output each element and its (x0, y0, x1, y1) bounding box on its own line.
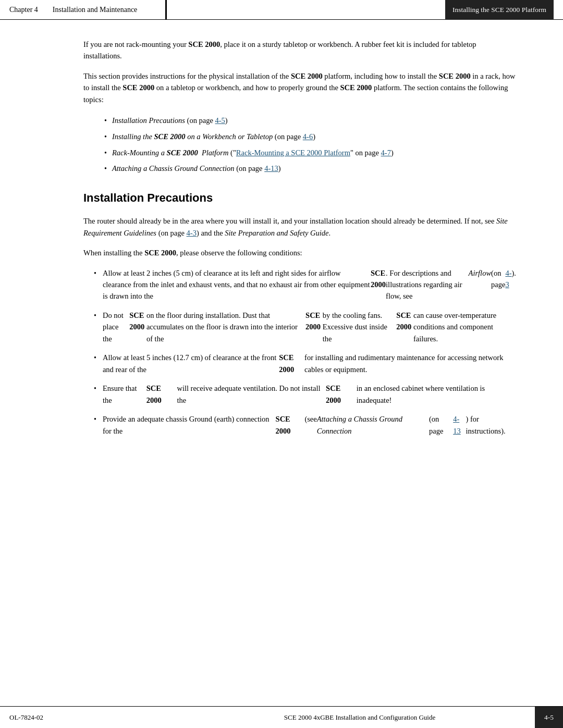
chapter-label: Chapter 4 (9, 6, 38, 14)
link-4-5[interactable]: 4-5 (215, 116, 225, 125)
link-4-3-airflow[interactable]: 4-3 (505, 267, 511, 291)
list-item: Allow at least 2 inches (5 cm) of cleara… (83, 267, 516, 302)
list-item: Provide an adequate chassis Ground (eart… (83, 413, 516, 437)
footer-right: 4-5 (535, 707, 563, 728)
chapter-title: Installation and Maintenance (53, 6, 138, 14)
list-item: Allow at least 5 inches (12.7 cm) of cle… (83, 352, 516, 375)
link-4-7[interactable]: 4-7 (381, 149, 391, 157)
page-footer: OL-7824-02 SCE 2000 4xGBE Installation a… (0, 706, 563, 728)
list-item: Ensure that the SCE 2000 will receive ad… (83, 382, 516, 406)
page-header: Chapter 4 Installation and Maintenance I… (0, 0, 563, 20)
list-item: Do not place the SCE 2000 on the floor d… (83, 310, 516, 344)
page: Chapter 4 Installation and Maintenance I… (0, 0, 563, 728)
footer-center: SCE 2000 4xGBE Installation and Configur… (185, 713, 535, 722)
list-item: Installing the SCE 2000 on a Workbench o… (104, 131, 516, 143)
topics-list: Installation Precautions (on page 4-5) I… (104, 115, 516, 175)
header-right-tab: Installing the SCE 2000 Platform (445, 0, 554, 20)
footer-left: OL-7824-02 (0, 713, 185, 722)
header-chapter: Chapter 4 Installation and Maintenance (0, 0, 167, 19)
intro-para1: If you are not rack-mounting your SCE 20… (83, 39, 516, 62)
link-4-13-ground[interactable]: 4-13 (453, 413, 466, 437)
list-item: Installation Precautions (on page 4-5) (104, 115, 516, 127)
conditions-list: Allow at least 2 inches (5 cm) of cleara… (83, 267, 516, 437)
link-4-3-site[interactable]: 4-3 (187, 229, 197, 237)
main-content: If you are not rack-mounting your SCE 20… (0, 20, 563, 437)
section-para1: The router should already be in the area… (83, 215, 516, 239)
footer-guide-title: SCE 2000 4xGBE Installation and Configur… (284, 713, 435, 721)
link-rack-mounting[interactable]: Rack-Mounting a SCE 2000 Platform (236, 149, 350, 157)
link-4-6[interactable]: 4-6 (303, 132, 313, 141)
footer-doc-id: OL-7824-02 (9, 713, 43, 721)
list-item: Rack-Mounting a SCE 2000 Platform ("Rack… (104, 147, 516, 159)
page-number: 4-5 (535, 707, 563, 728)
list-item: Attaching a Chassis Ground Connection (o… (104, 163, 516, 175)
section-heading: Installation Precautions (83, 191, 516, 205)
link-4-13-intro[interactable]: 4-13 (264, 164, 278, 172)
section-para2: When installing the SCE 2000, please obs… (83, 247, 516, 258)
header-right: Installing the SCE 2000 Platform (167, 0, 563, 19)
intro-para2: This section provides instructions for t… (83, 70, 516, 105)
